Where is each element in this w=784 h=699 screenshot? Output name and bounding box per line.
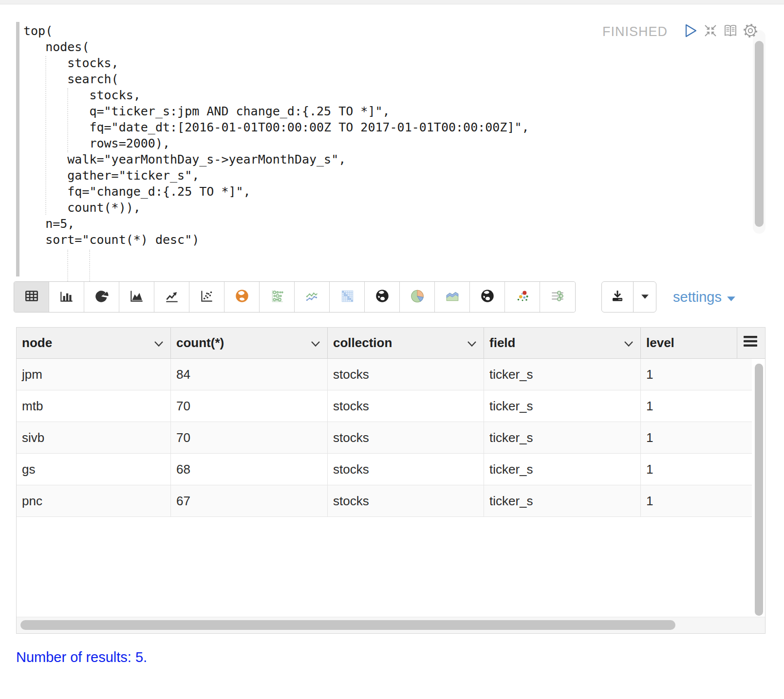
- viz-line-chart-button[interactable]: [154, 282, 189, 312]
- show-editor-button[interactable]: [723, 23, 738, 40]
- column-header-field[interactable]: field: [484, 328, 641, 358]
- zeppelin-paragraph: top( nodes( stocks, search( stocks, q="t…: [0, 0, 784, 699]
- scatter-multicolor-icon: [514, 288, 531, 306]
- viz-bar-chart-button[interactable]: [49, 282, 84, 312]
- column-header-node[interactable]: node: [17, 328, 171, 358]
- paragraph-controls: FINISHED: [602, 22, 758, 41]
- download-icon: [609, 288, 626, 306]
- viz-globe2-button[interactable]: [470, 282, 505, 312]
- code-line: fq="date_dt:[2016-01-01T00:00:00Z TO 201…: [23, 119, 529, 135]
- cell-node: jpm: [17, 359, 171, 390]
- sliders-icon: [549, 288, 566, 306]
- cell-collection: stocks: [328, 422, 484, 453]
- cell-node: sivb: [17, 422, 171, 453]
- cell-node: mtb: [17, 390, 171, 422]
- globe-dark-icon: [374, 288, 391, 306]
- multi-line-chart-icon: [304, 288, 320, 306]
- cell-count: 84: [171, 359, 328, 390]
- cell-collection: stocks: [328, 454, 484, 485]
- cell-level: 1: [641, 485, 752, 516]
- code-line: count(*)),: [23, 200, 529, 216]
- globe-dark2-icon: [479, 288, 496, 306]
- viz-map-button[interactable]: [224, 282, 260, 312]
- code-line: nodes(: [23, 39, 529, 55]
- code-line: n=5,: [23, 216, 529, 232]
- cell-count: 67: [171, 485, 328, 516]
- display-type-toolbar: [14, 281, 576, 313]
- run-button[interactable]: [683, 23, 698, 40]
- paragraph-settings-button[interactable]: [743, 23, 758, 40]
- viz-bubble-matrix-button[interactable]: [260, 282, 295, 312]
- code-line: gather="ticker_s",: [23, 167, 529, 184]
- indent-guide: [67, 250, 68, 285]
- editor-scrollbar-thumb[interactable]: [755, 41, 764, 227]
- cell-node: gs: [17, 454, 171, 485]
- code-line: q="ticker_s:jpm AND change_d:{.25 TO *]"…: [23, 103, 529, 119]
- table-icon: [23, 288, 40, 306]
- viz-area-multicolor-button[interactable]: [435, 282, 470, 312]
- table-row: mtb 70 stocks ticker_s 1: [17, 390, 752, 422]
- viz-scatter-chart-button[interactable]: [189, 282, 224, 312]
- column-label: field: [489, 335, 515, 350]
- scatter-chart-icon: [199, 288, 215, 306]
- cell-count: 70: [171, 422, 328, 453]
- viz-heatmap-button[interactable]: [330, 282, 365, 312]
- table-hscrollbar-thumb[interactable]: [20, 620, 675, 630]
- status-badge: FINISHED: [602, 24, 668, 39]
- code-line: rows=2000),: [23, 135, 529, 151]
- cell-level: 1: [641, 390, 752, 422]
- indent-guide: [89, 250, 90, 285]
- cell-field: ticker_s: [484, 485, 641, 516]
- line-chart-icon: [164, 288, 180, 306]
- code-block: top( nodes( stocks, search( stocks, q="t…: [23, 23, 529, 248]
- viz-scatter-multicolor-button[interactable]: [505, 282, 540, 312]
- viz-area-chart-button[interactable]: [119, 282, 154, 312]
- column-label: level: [646, 335, 674, 350]
- result-table-container: node count(*) collection field level: [16, 327, 765, 634]
- column-label: node: [22, 335, 52, 350]
- chevron-down-icon[interactable]: [467, 335, 477, 350]
- download-menu-button[interactable]: [634, 282, 656, 312]
- viz-pie-chart-button[interactable]: [84, 282, 119, 312]
- viz-table-button[interactable]: [14, 282, 49, 312]
- column-header-count[interactable]: count(*): [171, 328, 328, 358]
- cell-collection: stocks: [328, 390, 484, 422]
- code-line: sort="count(*) desc"): [23, 232, 529, 248]
- column-label: collection: [333, 335, 392, 350]
- book-icon: [722, 23, 739, 40]
- table-row: pnc 67 stocks ticker_s 1: [17, 485, 752, 517]
- viz-pie-multicolor-button[interactable]: [400, 282, 435, 312]
- table-menu-button[interactable]: [737, 328, 765, 358]
- viz-multi-line-button[interactable]: [295, 282, 330, 312]
- viz-sliders-button[interactable]: [540, 282, 575, 312]
- play-icon: [683, 23, 698, 40]
- settings-toggle[interactable]: settings: [673, 281, 736, 313]
- bar-chart-icon: [58, 288, 75, 306]
- code-editor[interactable]: top( nodes( stocks, search( stocks, q="t…: [16, 22, 747, 276]
- cell-count: 68: [171, 454, 328, 485]
- gear-icon: [743, 23, 758, 40]
- code-line: stocks,: [23, 55, 529, 71]
- code-line: walk="yearMonthDay_s->yearMonthDay_s",: [23, 151, 529, 167]
- cell-node: pnc: [17, 485, 171, 516]
- table-vscrollbar-thumb[interactable]: [755, 364, 763, 616]
- table-row: gs 68 stocks ticker_s 1: [17, 454, 752, 485]
- column-header-level[interactable]: level: [641, 328, 737, 358]
- code-line: stocks,: [23, 87, 529, 103]
- chevron-down-icon[interactable]: [624, 335, 634, 350]
- download-button[interactable]: [602, 282, 634, 312]
- chevron-down-icon[interactable]: [154, 335, 164, 350]
- viz-globe-button[interactable]: [365, 282, 400, 312]
- cell-level: 1: [641, 359, 752, 390]
- bubble-matrix-icon: [269, 288, 285, 306]
- results-count-text: Number of results: 5.: [16, 649, 147, 665]
- collapse-icon: [703, 23, 718, 40]
- column-header-collection[interactable]: collection: [328, 328, 484, 358]
- chevron-down-icon[interactable]: [311, 335, 320, 350]
- top-divider: [0, 0, 784, 4]
- download-split-button: [601, 281, 656, 313]
- pie-chart-icon: [93, 288, 110, 306]
- hamburger-icon: [743, 335, 758, 350]
- cell-level: 1: [641, 422, 752, 453]
- collapse-output-button[interactable]: [703, 23, 718, 40]
